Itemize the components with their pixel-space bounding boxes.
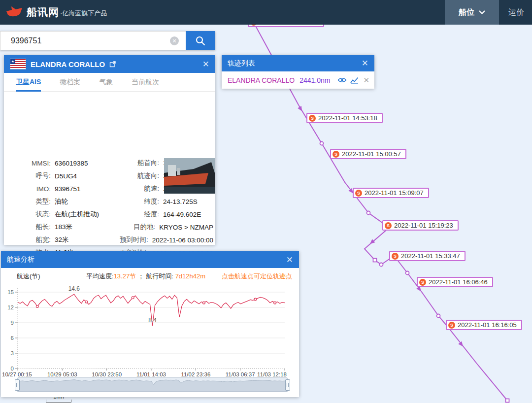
satellite-icon: S (385, 222, 392, 229)
track-list-header: 轨迹列表 ✕ (222, 55, 374, 71)
data-zoom-slider[interactable] (17, 377, 288, 392)
detail-label: 状态: (13, 210, 51, 219)
slider-handle-left[interactable] (15, 379, 20, 391)
map-scale-bracket (46, 400, 71, 403)
detail-label: 目的地: (102, 223, 155, 232)
detail-value: 9396751 (55, 185, 81, 193)
y-tick-label: 6 (11, 335, 14, 341)
track-time-label[interactable]: S2022-11-01 15:09:07 (353, 188, 429, 198)
speed-point[interactable] (274, 302, 276, 304)
detail-label: 航速: (102, 184, 159, 193)
eye-icon[interactable] (337, 77, 347, 83)
y-tick-label: 12 (7, 304, 14, 310)
satellite-icon: S (332, 151, 339, 158)
speed-point[interactable] (85, 301, 88, 303)
track-time-label[interactable]: S2022-11-01 14:53:18 (306, 113, 383, 123)
track-point[interactable] (506, 399, 509, 403)
detail-row: MMSI:636019385 (13, 157, 106, 169)
track-time-label[interactable]: S2022-11-01 15:33:47 (389, 251, 466, 261)
detail-label: 经度: (102, 210, 159, 219)
y-tick-label: 9 (11, 320, 14, 326)
remove-track-icon[interactable]: ✕ (363, 76, 369, 85)
tab-satellite-ais[interactable]: 卫星AIS (16, 73, 41, 92)
detail-row: 纬度:24-13.725S (102, 195, 213, 208)
track-point[interactable] (380, 263, 383, 267)
x-tick-label: 10/27 00:15 (2, 371, 32, 377)
ship-title: ELANDRA CORALLO (31, 60, 105, 68)
tab-current-voyage[interactable]: 当前航次 (132, 73, 159, 92)
track-time-label[interactable]: S2022-11-01 15:19:23 (382, 220, 459, 231)
track-time-label[interactable]: S2022-11-01 16:06:46 (417, 277, 493, 287)
track-time-label[interactable]: S2022-11-01 15:00:57 (330, 149, 406, 159)
x-tick-label: 11/01 14:03 (136, 371, 166, 377)
nav-ship-position[interactable]: 船位 (445, 0, 499, 25)
y-tick-label: 0 (11, 366, 14, 371)
detail-label: 船首向: (102, 159, 159, 168)
track-point[interactable] (367, 211, 370, 215)
y-tick-label: 3 (11, 350, 14, 356)
detail-label: 纬度: (102, 197, 159, 206)
track-list-row[interactable]: ELANDRA CORALLO 2441.0nm ✕ (222, 71, 374, 89)
track-distance: 2441.0nm (299, 76, 330, 84)
external-link-icon[interactable] (109, 61, 116, 67)
ship-details-left: MMSI:636019385呼号:D5UG4IMO:9396751类型:油轮状态… (13, 157, 106, 259)
x-tick-label: 11/02 23:36 (181, 371, 210, 377)
tab-weather[interactable]: 气象 (99, 73, 113, 92)
satellite-icon: S (392, 253, 399, 260)
track-point[interactable] (406, 271, 409, 275)
detail-label: 预到时间: (102, 235, 148, 244)
detail-value: 183米 (55, 223, 72, 232)
track-time-text: 2022-11-01 16:16:05 (458, 321, 517, 329)
nav-ship-position-label: 船位 (459, 7, 474, 18)
top-header: 船讯网 ·亿海蓝旗下产品 船位 运价 (0, 0, 532, 25)
detail-row: 状态:在航(主机推动) (13, 208, 106, 221)
track-vessel-name[interactable]: ELANDRA CORALLO (228, 76, 299, 84)
map[interactable]: S2022-11-01 14:53:18S2022-11-01 15:00:57… (0, 0, 532, 403)
tab-micro-archive[interactable]: 微档案 (60, 73, 80, 92)
boat-logo-icon (5, 5, 24, 20)
detail-row: 目的地:KRYOS > NZMAP (102, 221, 213, 234)
ship-photo[interactable] (164, 158, 215, 194)
speed-point[interactable] (254, 298, 257, 301)
track-list-title: 轨迹列表 (228, 59, 255, 68)
speed-panel-title: 航速分析 (7, 255, 34, 264)
detail-label: 船宽: (13, 235, 51, 244)
detail-value: 24-13.725S (163, 198, 198, 205)
track-time-text: 2022-11-01 15:33:47 (401, 252, 460, 260)
speed-point[interactable] (132, 297, 134, 299)
detail-value: 636019385 (55, 160, 88, 167)
speed-chart[interactable]: 0369121510/27 00:1510/29 05:0310/30 23:5… (1, 268, 299, 377)
speed-analysis-panel: 航速分析 ✕ 航速(节) 平均速度:13.27节 ； 航行时间: 7d12h42… (1, 251, 299, 397)
close-icon[interactable]: ✕ (362, 58, 368, 68)
slider-handle-right[interactable] (285, 379, 290, 391)
speed-point[interactable] (203, 302, 205, 304)
ship-info-panel: ★ ELANDRA CORALLO ✕ 卫星AIS微档案气象当前航次 MMSI:… (4, 55, 215, 245)
x-tick-label: 11/03 12:18 (257, 371, 287, 377)
track-time-text: 2022-11-01 15:09:07 (365, 189, 424, 197)
y-tick-label: 15 (7, 289, 14, 295)
satellite-icon: S (309, 115, 316, 122)
track-point[interactable] (320, 142, 324, 145)
track-time-label[interactable]: S2022-11-01 16:16:05 (446, 320, 522, 330)
close-icon[interactable]: ✕ (202, 59, 209, 69)
track-point[interactable] (437, 314, 440, 318)
speed-point[interactable] (36, 305, 38, 308)
detail-value: 油轮 (55, 197, 68, 206)
ship-panel-header: ★ ELANDRA CORALLO ✕ (4, 55, 215, 73)
search-button[interactable] (186, 31, 215, 50)
track-time-text: 2022-11-01 14:53:18 (318, 114, 377, 122)
detail-row: IMO:9396751 (13, 182, 106, 195)
speed-chart-icon[interactable] (350, 77, 359, 84)
clear-icon[interactable]: ✕ (170, 36, 179, 45)
logo[interactable]: 船讯网 ·亿海蓝旗下产品 (5, 5, 107, 20)
x-tick-label: 10/29 05:03 (47, 371, 77, 377)
close-icon[interactable]: ✕ (286, 255, 293, 265)
search-bar: ✕ (0, 31, 215, 50)
track-point[interactable] (373, 259, 377, 262)
detail-label: MMSI: (13, 160, 51, 167)
nav-freight[interactable]: 运价 (508, 0, 524, 25)
detail-value: 在航(主机推动) (55, 210, 99, 219)
satellite-icon: S (448, 322, 455, 329)
search-input[interactable] (0, 31, 186, 50)
track-list-panel: 轨迹列表 ✕ ELANDRA CORALLO 2441.0nm ✕ (222, 55, 374, 89)
